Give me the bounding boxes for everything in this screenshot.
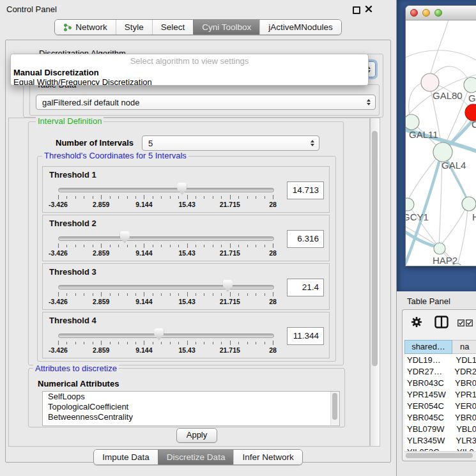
cell-shared-name: YPR145W <box>404 390 450 399</box>
network-window[interactable]: GAL80GACGAL11GAL4GCY1HHAP2 <box>405 5 476 266</box>
close-panel-icon[interactable] <box>365 5 372 13</box>
network-node-gal80[interactable] <box>421 73 439 91</box>
threshold-1-slider[interactable] <box>58 188 274 192</box>
minimize-traffic-light-icon[interactable] <box>422 9 430 17</box>
table-panel-section: Table Panel sha <box>397 291 476 476</box>
attribute-item-betweennesscentrality[interactable]: BetweennessCentrality <box>43 412 339 422</box>
tick-label: 15.43 <box>178 298 195 305</box>
network-icon <box>63 23 72 32</box>
cell-name: YBL0 <box>452 424 476 434</box>
tab-label: Cyni Toolbox <box>202 22 251 32</box>
threshold-4-slider-thumb[interactable] <box>154 328 164 341</box>
tab-label: Infer Network <box>242 452 293 462</box>
checked-box-icon-b[interactable] <box>466 319 473 326</box>
table-row[interactable]: YIL053CYIL0 <box>404 446 476 451</box>
table-panel-title: Table Panel <box>407 296 450 306</box>
threshold-2-label: Threshold 2 <box>49 219 96 228</box>
attributes-group-label: Attributes to discretize <box>33 364 119 373</box>
threshold-2-slider[interactable] <box>58 236 274 241</box>
table-panel: shared…na YDL19…YDL1YDR27…YDR2YBR043CYBR… <box>402 309 476 461</box>
table-row[interactable]: YPR145WYPR1 <box>404 388 476 400</box>
number-of-intervals-value: 5 <box>148 139 153 148</box>
numerical-attributes-label: Numerical Attributes <box>36 380 121 388</box>
cell-name: YBR0 <box>450 378 476 388</box>
attribute-item-topologicalcoefficient[interactable]: TopologicalCoefficient <box>43 402 339 412</box>
number-of-intervals-combobox[interactable]: 5 <box>142 135 319 151</box>
node-label: GAL80 <box>433 90 463 101</box>
table-data-combobox[interactable]: galFiltered.sif default node <box>36 95 376 110</box>
table-horizontal-scrollbar[interactable] <box>404 451 476 460</box>
threshold-3-label: Threshold 3 <box>49 267 96 277</box>
table-horizontal-scrollbar-thumb[interactable] <box>406 453 473 458</box>
vertical-scrollbar-thumb[interactable] <box>372 131 378 366</box>
algorithm-option-manual-discretization[interactable]: Manual Discretization <box>11 68 368 77</box>
network-canvas[interactable]: GAL80GACGAL11GAL4GCY1HHAP2 <box>406 20 476 265</box>
table-row[interactable]: YBR045CYBR0 <box>404 411 476 423</box>
threshold-1-slider-thumb[interactable] <box>177 183 187 195</box>
network-node-ga[interactable] <box>464 77 476 93</box>
close-traffic-light-icon[interactable] <box>410 9 418 17</box>
split-columns-icon[interactable] <box>434 316 449 328</box>
table-row[interactable]: YER054CYER0 <box>404 400 476 411</box>
thresholds-group-label: Threshold's Coordinates for 5 Intervals <box>42 151 188 160</box>
tab-discretize-data[interactable]: Discretize Data <box>158 450 234 464</box>
network-window-titlebar <box>406 6 476 20</box>
attributes-list-scrollbar[interactable] <box>330 392 339 426</box>
threshold-2-value-field[interactable]: 6.316 <box>287 230 324 248</box>
threshold-3-slider-thumb[interactable] <box>223 280 233 292</box>
cell-name: YDR2 <box>450 367 476 376</box>
tick-label: -3.426 <box>49 249 68 257</box>
threshold-4-value-field[interactable]: 11.344 <box>287 327 324 345</box>
checked-box-icon-a[interactable] <box>457 319 464 326</box>
network-node-hap2[interactable] <box>434 243 445 254</box>
table-header-row: shared…na <box>404 340 476 354</box>
tab-select[interactable]: Select <box>152 20 194 35</box>
tab-network[interactable]: Network <box>55 20 116 35</box>
zoom-traffic-light-icon[interactable] <box>434 9 442 17</box>
tick-label: 2.859 <box>93 346 109 354</box>
cell-name: YLR3 <box>451 436 476 445</box>
vertical-scrollbar[interactable] <box>370 118 380 447</box>
tab-infer-network[interactable]: Infer Network <box>233 450 302 464</box>
table-row[interactable]: YLR345WYLR3 <box>404 434 476 446</box>
threshold-4-slider[interactable] <box>58 334 274 338</box>
cell-shared-name: YBR045C <box>404 413 450 422</box>
threshold-3-value-field[interactable]: 21.4 <box>287 279 324 296</box>
algorithm-option-equal-width-frequency-discretization[interactable]: Equal Width/Frequency Discretization <box>11 77 368 86</box>
threshold-1-card: Threshold 1-3.4262.8599.14415.4321.71528… <box>42 166 330 213</box>
float-window-icon[interactable] <box>353 6 360 14</box>
tick-label: 28 <box>269 346 277 354</box>
table-toolbar <box>403 310 476 339</box>
threshold-4-label: Threshold 4 <box>49 316 96 325</box>
attribute-item-selfloops[interactable]: SelfLoops <box>43 392 339 402</box>
network-node-gal11[interactable] <box>406 114 419 130</box>
tab-style[interactable]: Style <box>116 20 152 35</box>
network-node-gcy1[interactable] <box>406 198 414 211</box>
apply-button[interactable]: Apply <box>176 428 217 443</box>
tick-label: 9.144 <box>135 298 152 305</box>
algorithm-dropdown-popup: Select algorithm to view settings Manual… <box>10 54 369 86</box>
tick-label: 2.859 <box>93 249 109 257</box>
table-row[interactable]: YDR27…YDR2 <box>404 365 476 377</box>
network-node-h[interactable] <box>462 197 476 211</box>
threshold-1-value-field[interactable]: 14.713 <box>287 181 324 199</box>
table-row[interactable]: YBR043CYBR0 <box>404 377 476 388</box>
threshold-2-slider-thumb[interactable] <box>120 231 130 243</box>
algorithm-dropdown-prompt: Select algorithm to view settings <box>11 54 368 68</box>
tab-cyni-toolbox[interactable]: Cyni Toolbox <box>193 20 259 35</box>
column-header-na[interactable]: na <box>452 340 476 354</box>
combo-arrows-icon <box>367 99 371 105</box>
column-header-shared[interactable]: shared… <box>404 340 452 354</box>
threshold-4-card: Threshold 4-3.4262.8599.14415.4321.71528… <box>42 312 330 358</box>
threshold-2-card: Threshold 2-3.4262.8599.14415.4321.71528… <box>42 215 330 261</box>
tab-jactivemnodules[interactable]: jActiveMNodules <box>259 20 341 35</box>
table-row[interactable]: YBL079WYBL0 <box>404 423 476 434</box>
cell-shared-name: YER054C <box>404 401 450 411</box>
gear-icon[interactable] <box>410 316 423 328</box>
attributes-list-scrollbar-thumb[interactable] <box>332 393 337 420</box>
threshold-3-slider[interactable] <box>58 285 274 289</box>
network-node-gal4[interactable] <box>433 142 452 162</box>
tick-label: 15.43 <box>178 201 195 208</box>
table-row[interactable]: YDL19…YDL1 <box>404 354 476 365</box>
tab-impute-data[interactable]: Impute Data <box>94 450 158 464</box>
